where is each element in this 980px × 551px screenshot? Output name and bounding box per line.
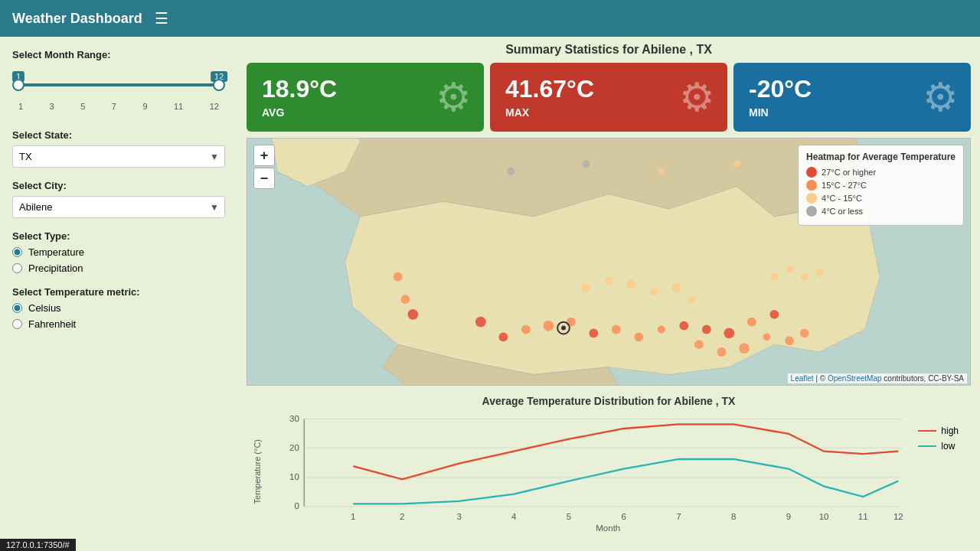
svg-point-23: [627, 280, 636, 289]
state-label: Select State:: [12, 129, 225, 141]
low-line: [353, 459, 898, 504]
legend-item-mid-high: 15°C - 27°C: [806, 180, 956, 191]
range-thumb-right[interactable]: [213, 79, 225, 91]
state-select-wrapper: TX CA NY FL IL OH ▼: [12, 145, 225, 168]
range-thumb-left[interactable]: [12, 79, 24, 91]
legend-label-mid-low: 4°C - 15°C: [822, 194, 862, 203]
svg-point-38: [658, 168, 665, 175]
svg-point-19: [785, 336, 794, 345]
map-controls: + −: [253, 145, 275, 189]
chart-legend: high low: [912, 410, 965, 452]
svg-text:20: 20: [289, 443, 299, 452]
status-bar: 127.0.0.1:7350/#: [0, 539, 76, 551]
state-select[interactable]: TX CA NY FL IL OH: [12, 145, 225, 168]
header: Weather Dashboard ☰: [0, 0, 980, 37]
svg-point-13: [747, 318, 756, 327]
svg-point-7: [612, 325, 621, 334]
type-precipitation[interactable]: Precipitation: [12, 262, 225, 274]
map-attribution: Leaflet | © OpenStreetMap contributors, …: [788, 373, 967, 383]
metric-fahrenheit-radio[interactable]: [12, 319, 22, 329]
svg-point-27: [394, 272, 403, 282]
svg-point-14: [769, 310, 779, 319]
type-radio-group: Temperature Precipitation: [12, 246, 225, 274]
legend-color-low: [806, 206, 817, 217]
max-icon: ⚙: [679, 74, 715, 120]
zoom-in-button[interactable]: +: [253, 145, 275, 166]
legend-color-high: [806, 167, 817, 178]
legend-label-high: 27°C or higher: [822, 168, 876, 177]
min-icon: ⚙: [923, 74, 959, 120]
month-range-container: 1 12 135791112: [12, 65, 225, 117]
svg-text:5: 5: [567, 512, 571, 520]
svg-point-20: [800, 329, 809, 338]
metric-celsius[interactable]: Celsius: [12, 302, 225, 314]
app-title: Weather Dashboard: [12, 11, 142, 27]
type-precipitation-label: Precipitation: [28, 262, 83, 274]
svg-text:10: 10: [289, 473, 299, 481]
svg-point-10: [679, 321, 688, 331]
svg-point-16: [717, 347, 727, 357]
svg-point-26: [688, 295, 695, 303]
svg-point-5: [567, 318, 576, 327]
state-group: Select State: TX CA NY FL IL OH ▼: [12, 129, 225, 168]
svg-point-21: [582, 284, 591, 293]
svg-text:2: 2: [400, 512, 404, 520]
legend-color-mid-low: [806, 193, 817, 204]
leaflet-link[interactable]: Leaflet: [791, 374, 814, 383]
svg-point-9: [658, 326, 665, 334]
chart-title: Average Temperature Distribution for Abi…: [247, 392, 971, 407]
city-select-wrapper: Abilene Austin Dallas Houston San Antoni…: [12, 196, 225, 218]
y-axis-label: Temperature (°C): [253, 439, 262, 504]
svg-text:4: 4: [511, 512, 516, 520]
metric-fahrenheit[interactable]: Fahrenheit: [12, 318, 225, 330]
svg-text:6: 6: [622, 512, 626, 520]
legend-high: high: [918, 425, 959, 436]
svg-text:0: 0: [294, 502, 299, 510]
metric-radio-group: Celsius Fahrenheit: [12, 302, 225, 330]
legend-item-mid-low: 4°C - 15°C: [806, 193, 956, 204]
high-line: [353, 424, 898, 479]
summary-section: Summary Statistics for Abilene , TX 18.9…: [247, 43, 971, 132]
content: Summary Statistics for Abilene , TX 18.9…: [237, 37, 980, 551]
svg-point-18: [763, 333, 771, 341]
main-layout: Select Month Range: 1 12: [0, 37, 980, 551]
month-range-label: Select Month Range:: [12, 49, 225, 60]
chart-svg: 30 20 10 0 1 2 3 4 5 6 7 8 9 10: [265, 410, 912, 533]
city-select[interactable]: Abilene Austin Dallas Houston San Antoni…: [12, 196, 225, 218]
svg-point-37: [583, 160, 590, 168]
svg-text:9: 9: [786, 512, 791, 520]
svg-point-12: [724, 328, 734, 339]
osm-link[interactable]: OpenStreetMap: [828, 374, 882, 383]
avg-icon: ⚙: [436, 74, 472, 120]
menu-icon[interactable]: ☰: [155, 9, 168, 28]
chart-area: 30 20 10 0 1 2 3 4 5 6 7 8 9 10: [265, 410, 912, 533]
metric-fahrenheit-label: Fahrenheit: [28, 318, 76, 330]
svg-text:30: 30: [289, 414, 299, 422]
svg-text:10: 10: [819, 512, 829, 520]
high-legend-line: [918, 430, 936, 432]
range-ticks: 135791112: [18, 102, 219, 111]
svg-point-39: [733, 160, 740, 168]
chart-section: Average Temperature Distribution for Abi…: [247, 392, 971, 545]
svg-point-30: [770, 273, 778, 281]
chart-wrapper: Temperature (°C) 30 20 10 0 1: [247, 410, 971, 533]
svg-point-11: [702, 325, 711, 334]
svg-point-29: [407, 309, 418, 320]
svg-point-6: [589, 329, 598, 338]
metric-celsius-radio[interactable]: [12, 303, 22, 313]
zoom-out-button[interactable]: −: [253, 168, 275, 189]
svg-text:3: 3: [456, 512, 461, 520]
svg-point-1: [475, 317, 486, 328]
legend-label-mid-high: 15°C - 27°C: [822, 181, 867, 190]
svg-text:12: 12: [893, 512, 903, 520]
svg-point-36: [507, 168, 514, 175]
svg-point-25: [672, 284, 681, 293]
svg-point-32: [801, 273, 808, 281]
min-card: -20°C MIN ⚙: [733, 63, 971, 132]
type-precipitation-radio[interactable]: [12, 263, 22, 273]
high-legend-label: high: [941, 425, 959, 436]
metric-group: Select Temperature metric: Celsius Fahre…: [12, 286, 225, 330]
type-temperature[interactable]: Temperature: [12, 246, 225, 258]
type-temperature-radio[interactable]: [12, 247, 22, 257]
legend-label-low: 4°C or less: [822, 207, 863, 216]
